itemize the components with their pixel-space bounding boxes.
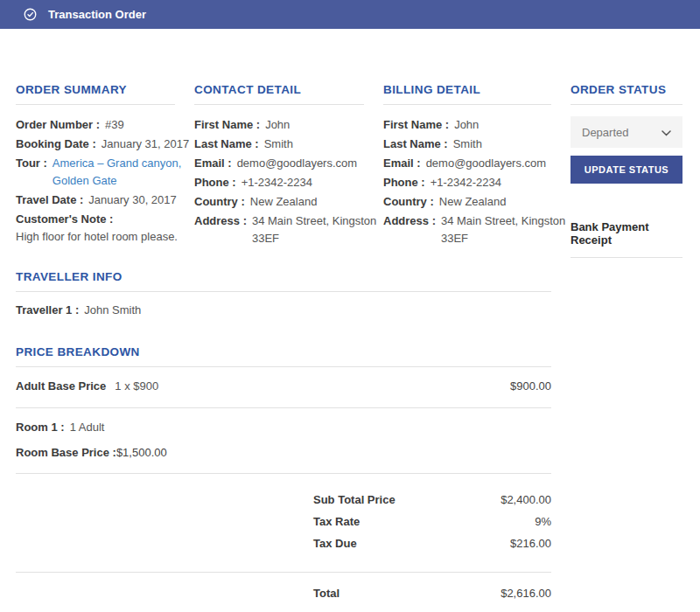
main-panel: ORDER SUMMARY Order Number : #39 Booking… <box>16 83 551 612</box>
room-row: Room 1 : 1 Adult <box>16 419 551 436</box>
billing-detail-section: BILLING DETAIL First Name : John Last Na… <box>383 83 570 249</box>
field-label: First Name : <box>194 116 260 134</box>
tax-due-label: Tax Due <box>313 535 510 553</box>
bank-payment-receipt-heading: Bank Payment Receipt <box>570 220 682 247</box>
field-row: Email : demo@goodlayers.com <box>194 155 383 172</box>
traveller-value: John Smith <box>84 302 141 319</box>
field-row: Email : demo@goodlayers.com <box>383 155 570 172</box>
adult-base-price-amount: $900.00 <box>510 378 551 395</box>
field-value: January 30, 2017 <box>88 191 176 209</box>
order-summary-section: ORDER SUMMARY Order Number : #39 Booking… <box>16 83 194 249</box>
field-value: +1-2342-2234 <box>242 174 312 191</box>
field-row: Phone : +1-2342-2234 <box>383 174 570 191</box>
order-status-heading: ORDER STATUS <box>570 83 682 96</box>
check-circle-icon <box>24 8 37 21</box>
divider <box>16 291 551 292</box>
field-value: demo@goodlayers.com <box>426 155 546 172</box>
customer-note-value: High floor for hotel room please. <box>16 228 194 246</box>
total-amount: $2,616.00 <box>500 585 551 602</box>
tax-rate-label: Tax Rate <box>313 513 535 531</box>
field-value: +1-2342-2234 <box>430 174 501 191</box>
room-value: 1 Adult <box>70 419 105 436</box>
field-value: 34 Main Street, Kingston 33EF <box>441 212 570 247</box>
field-value: #39 <box>105 116 124 134</box>
divider <box>194 104 364 105</box>
contact-detail-heading: CONTACT DETAIL <box>194 83 383 96</box>
order-status-sidebar: ORDER STATUS Departed UPDATE STATUS Bank… <box>570 83 682 612</box>
adult-base-price-qty: 1 x $900 <box>115 378 158 395</box>
totals-block: Sub Total Price $2,400.00 Tax Rate 9% Ta… <box>16 474 551 572</box>
field-row: Tour : America – Grand canyon, Golden Ga… <box>16 155 194 190</box>
field-row: Address : 34 Main Street, Kingston 33EF <box>194 212 383 247</box>
field-value: 34 Main Street, Kingston 33EF <box>252 212 383 247</box>
field-value: January 31, 2017 <box>102 136 189 153</box>
customer-note-label: Customer's Note : <box>16 211 194 228</box>
order-summary-heading: ORDER SUMMARY <box>16 83 194 96</box>
field-label: Address : <box>194 212 247 247</box>
subtotal-amount: $2,400.00 <box>500 491 551 509</box>
field-label: Phone : <box>383 174 425 191</box>
divider <box>383 104 551 105</box>
field-row: Phone : +1-2342-2234 <box>194 174 383 191</box>
tax-due-amount: $216.00 <box>510 535 551 553</box>
total-row: Total $2,616.00 <box>16 573 551 612</box>
field-row: Country : New Zealand <box>194 193 383 211</box>
field-label: Email : <box>383 155 421 172</box>
field-label: Country : <box>383 193 434 211</box>
field-label: Order Number : <box>16 116 100 134</box>
adult-base-price-row: Adult Base Price 1 x $900 $900.00 <box>16 367 551 407</box>
total-label: Total <box>313 585 500 602</box>
tour-link[interactable]: America – Grand canyon, Golden Gate <box>52 155 194 190</box>
field-value: New Zealand <box>250 193 318 211</box>
field-label: Country : <box>194 193 245 211</box>
traveller-row: Traveller 1 : John Smith <box>16 302 551 319</box>
field-label: Travel Date : <box>16 191 83 209</box>
page-title: Transaction Order <box>48 8 146 21</box>
tax-due-row: Tax Due $216.00 <box>16 535 551 553</box>
field-row: Country : New Zealand <box>383 193 570 211</box>
field-value: demo@goodlayers.com <box>237 155 357 172</box>
room-base-price-row: Room Base Price : $1,500.00 <box>16 444 551 462</box>
field-label: First Name : <box>383 116 449 134</box>
divider <box>570 104 682 105</box>
chevron-down-icon <box>662 126 671 139</box>
divider <box>16 104 175 105</box>
tax-rate-amount: 9% <box>535 513 551 531</box>
room-base-price-label: Room Base Price : <box>16 444 116 462</box>
adult-base-price-label: Adult Base Price <box>16 378 106 395</box>
room-block: Room 1 : 1 Adult Room Base Price : $1,50… <box>16 408 551 473</box>
traveller-info-heading: TRAVELLER INFO <box>16 270 551 283</box>
field-row: Order Number : #39 <box>16 116 194 134</box>
field-value: Smith <box>264 136 293 153</box>
update-status-button[interactable]: UPDATE STATUS <box>570 156 682 184</box>
subtotal-row: Sub Total Price $2,400.00 <box>16 491 551 509</box>
order-status-select[interactable]: Departed <box>570 116 682 148</box>
field-value: New Zealand <box>439 193 507 211</box>
field-label: Last Name : <box>194 136 259 153</box>
field-row: First Name : John <box>383 116 570 134</box>
field-row: Address : 34 Main Street, Kingston 33EF <box>383 212 570 247</box>
field-label: Phone : <box>194 174 236 191</box>
field-row: Travel Date : January 30, 2017 <box>16 191 194 209</box>
traveller-info-section: TRAVELLER INFO Traveller 1 : John Smith <box>16 270 551 319</box>
page-header-bar: Transaction Order <box>0 0 700 29</box>
field-row: Last Name : Smith <box>383 136 570 153</box>
field-row: Last Name : Smith <box>194 136 383 153</box>
traveller-label: Traveller 1 : <box>16 302 79 319</box>
room-base-price-amount: $1,500.00 <box>116 444 167 462</box>
order-status-selected-option: Departed <box>582 126 628 139</box>
field-value: John <box>454 116 479 134</box>
field-label: Email : <box>194 155 232 172</box>
room-label: Room 1 : <box>16 419 65 436</box>
field-label: Address : <box>383 212 436 247</box>
field-label: Booking Date : <box>16 136 96 153</box>
subtotal-label: Sub Total Price <box>313 491 500 509</box>
billing-detail-heading: BILLING DETAIL <box>383 83 570 96</box>
detail-columns: ORDER SUMMARY Order Number : #39 Booking… <box>16 83 570 249</box>
price-breakdown-section: PRICE BREAKDOWN Adult Base Price 1 x $90… <box>16 345 551 612</box>
field-value: Smith <box>453 136 482 153</box>
field-value: John <box>265 116 290 134</box>
page-content: ORDER SUMMARY Order Number : #39 Booking… <box>16 83 682 612</box>
field-row: First Name : John <box>194 116 383 134</box>
contact-detail-section: CONTACT DETAIL First Name : John Last Na… <box>194 83 383 249</box>
